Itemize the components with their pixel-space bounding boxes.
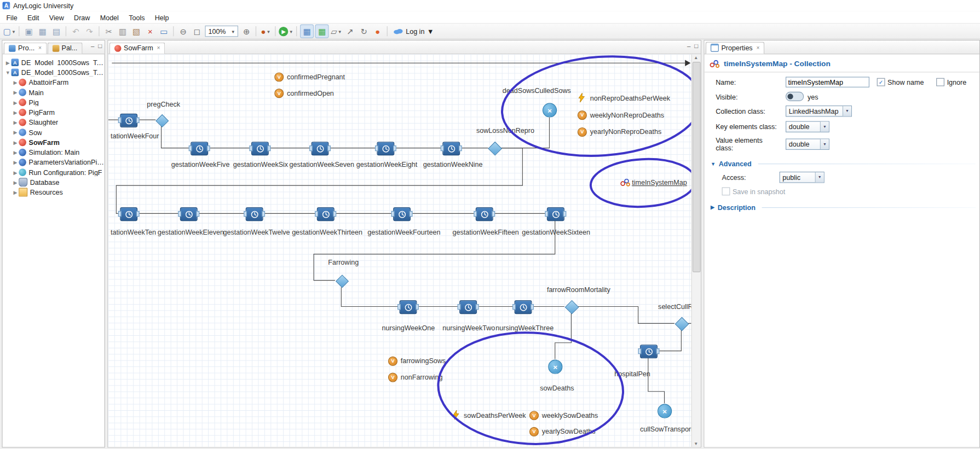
scroll-up-icon[interactable]: ▲: [693, 56, 700, 60]
delay-node-hospitalpen[interactable]: [640, 345, 658, 358]
menu-draw[interactable]: Draw: [69, 12, 95, 22]
tree-item-main[interactable]: ▶Main: [3, 88, 105, 97]
variable-node-nonfarrowing[interactable]: V: [388, 373, 397, 382]
tree-item-pigfarm[interactable]: ▶PigFarm: [3, 107, 105, 117]
decision-node-selectcullre[interactable]: [675, 317, 689, 331]
copy-button[interactable]: ▥: [117, 25, 129, 38]
name-input[interactable]: [786, 77, 869, 87]
delay-node-gestationweekfourteen[interactable]: [393, 207, 411, 221]
tree-item-run-configuration-pigf[interactable]: ▶Run Configuration: PigF: [3, 167, 105, 177]
chevron-right-icon[interactable]: ▶: [12, 170, 19, 175]
chevron-right-icon[interactable]: ▶: [12, 189, 19, 195]
variable-node-confirmedopen[interactable]: V: [274, 89, 284, 98]
tab-palette[interactable]: Pal...: [47, 43, 82, 54]
tab-sowfarm[interactable]: SowFarm ×: [109, 43, 165, 54]
delay-node-gestationweeksix[interactable]: [251, 142, 269, 155]
ignore-checkbox[interactable]: Ignore: [936, 78, 966, 86]
sink-node-deadsowsculledsows[interactable]: ×: [543, 103, 557, 117]
description-section-header[interactable]: ▶ Description: [711, 203, 979, 211]
delay-node-gestationweekseven[interactable]: [312, 142, 329, 155]
zoom-in-button[interactable]: ⊕: [240, 25, 253, 38]
menu-model[interactable]: Model: [95, 12, 124, 22]
menu-edit[interactable]: Edit: [22, 12, 44, 22]
chevron-right-icon[interactable]: ▶: [12, 149, 19, 155]
sink-node-sowdeaths[interactable]: ×: [548, 360, 562, 374]
collection-class-dropdown[interactable]: LinkedHashMap ▼: [786, 106, 852, 117]
variable-node-yearlysowdeaths[interactable]: V: [529, 427, 539, 436]
panel-window-buttons[interactable]: –□: [91, 43, 102, 50]
close-icon[interactable]: ×: [756, 45, 759, 51]
zoom-out-button[interactable]: ⊖: [177, 25, 189, 38]
chevron-right-icon[interactable]: ▶: [12, 109, 19, 115]
variable-node-farrowingsows[interactable]: V: [388, 357, 397, 366]
paste-button[interactable]: ▧: [130, 25, 143, 38]
variable-node-weeklynonreprodeaths[interactable]: V: [578, 110, 587, 120]
chevron-down-icon[interactable]: ▼: [4, 69, 11, 75]
tree-item-de-model-1000sows-to-sl[interactable]: ▶ADE_Model_1000Sows_To_Sl: [3, 57, 105, 67]
model-canvas[interactable]: tationWeekFourpregCheckVconfirmedPregnan…: [108, 54, 700, 447]
arrange-button[interactable]: ↗: [344, 25, 356, 38]
chevron-right-icon[interactable]: ▶: [12, 90, 19, 95]
save-in-snapshot-checkbox[interactable]: Save in snapshot: [722, 187, 786, 195]
delay-node-gestationweekeight[interactable]: [377, 142, 394, 155]
export-button[interactable]: ▤: [50, 25, 63, 38]
redo-button[interactable]: ↷: [83, 25, 96, 38]
delay-node-tationweekfour[interactable]: [120, 114, 137, 127]
variable-node-weeklysowdeaths[interactable]: V: [529, 411, 539, 420]
save-button[interactable]: ▣: [22, 25, 35, 38]
tree-item-parametersvariationpigf[interactable]: ▶ParametersVariationPigF: [3, 158, 105, 167]
tree-item-sow[interactable]: ▶Sow: [3, 127, 105, 137]
scrollbar-thumb[interactable]: [693, 62, 701, 272]
cut-button[interactable]: ✂: [102, 25, 115, 38]
sink-node-cullsowtransport[interactable]: ×: [658, 404, 672, 418]
scroll-down-icon[interactable]: ▼: [693, 441, 700, 446]
delay-node-nursingweekthree[interactable]: [515, 300, 532, 314]
close-icon[interactable]: ×: [157, 45, 160, 51]
tree-item-abattoirfarm[interactable]: ▶AbattoirFarm: [3, 78, 105, 88]
chevron-right-icon[interactable]: ▶: [12, 80, 19, 85]
tree-item-de-model-1000sows-to-sl[interactable]: ▼ADE_Model_1000Sows_To_Sl: [3, 67, 105, 77]
menu-tools[interactable]: Tools: [124, 12, 150, 22]
rotate-button[interactable]: ↻: [358, 25, 370, 38]
collection-node-timeinsystemmap[interactable]: [620, 178, 630, 188]
tree-item-simulation-main[interactable]: ▶Simulation: Main: [3, 147, 105, 157]
paint-button[interactable]: ●▼: [260, 25, 272, 38]
delay-node-gestationweekfive[interactable]: [191, 142, 208, 155]
chevron-right-icon[interactable]: ▶: [12, 160, 19, 165]
menu-view[interactable]: View: [44, 12, 69, 22]
decision-node-farrowing[interactable]: [335, 275, 348, 288]
delay-node-gestationweekthirteen[interactable]: [317, 207, 335, 221]
new-model-button[interactable]: ▢▼: [3, 25, 16, 38]
key-class-dropdown[interactable]: double ▼: [786, 121, 829, 132]
delay-node-gestationweeksixteen[interactable]: [547, 207, 564, 221]
problems-button[interactable]: ●: [371, 25, 384, 38]
delay-node-gestationweekeleven[interactable]: [180, 207, 198, 221]
bookmark-button[interactable]: ▭: [158, 25, 170, 38]
snap-to-grid-button[interactable]: ▦: [315, 25, 329, 38]
chevron-right-icon[interactable]: ▶: [12, 100, 19, 105]
tree-item-slaughter[interactable]: ▶Slaughter: [3, 118, 105, 127]
access-dropdown[interactable]: public ▼: [780, 172, 825, 183]
delay-node-gestationweektwelve[interactable]: [246, 207, 263, 221]
chevron-right-icon[interactable]: ▶: [12, 120, 19, 125]
close-icon[interactable]: ×: [38, 45, 42, 51]
variable-node-yearlynonreprodeaths[interactable]: V: [578, 127, 587, 137]
advanced-section-header[interactable]: ▼ Advanced: [711, 160, 979, 167]
delay-node-gestationweeknine[interactable]: [442, 142, 460, 155]
show-grid-button[interactable]: ▦: [300, 25, 314, 38]
login-button[interactable]: Log in▼: [390, 27, 437, 36]
editor-window-buttons[interactable]: –□: [687, 43, 698, 50]
decision-node-pregcheck[interactable]: [155, 114, 169, 127]
menu-file[interactable]: File: [1, 12, 22, 22]
tab-properties[interactable]: Properties ×: [706, 42, 765, 54]
chevron-right-icon[interactable]: ▶: [4, 60, 11, 65]
visible-toggle[interactable]: [786, 92, 804, 101]
chevron-right-icon[interactable]: ▶: [12, 139, 19, 145]
undo-button[interactable]: ↶: [70, 25, 82, 38]
event-node-nonreprodeathsperweek[interactable]: [578, 93, 585, 103]
chevron-right-icon[interactable]: ▶: [12, 179, 19, 185]
draw-shape-button[interactable]: ▱▼: [330, 25, 343, 38]
zoom-level-select[interactable]: 100%▼: [205, 26, 239, 37]
decision-node-farrowroommortality[interactable]: [565, 300, 579, 314]
menu-help[interactable]: Help: [150, 12, 174, 22]
